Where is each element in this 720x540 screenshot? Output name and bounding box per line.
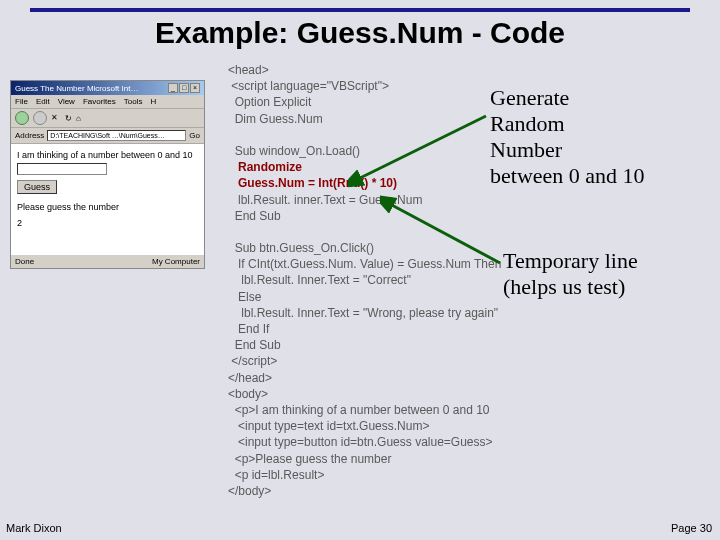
- code-l7: Randomize: [228, 160, 302, 174]
- menu-help: H: [150, 97, 156, 106]
- top-rule: [30, 8, 690, 12]
- anno1-l1: Generate: [490, 85, 645, 111]
- refresh-icon: ↻: [65, 114, 72, 123]
- anno1-l3: Number: [490, 137, 645, 163]
- code-l4: Dim Guess.Num: [228, 112, 323, 126]
- slide-title: Example: Guess.Num - Code: [0, 16, 720, 50]
- forward-icon: [33, 111, 47, 125]
- annotation-generate: Generate Random Number between 0 and 10: [490, 85, 645, 189]
- menu-view: View: [58, 97, 75, 106]
- guess-button: Guess: [17, 180, 57, 194]
- code-l19: </script>: [228, 354, 277, 368]
- window-controls: _ □ ×: [168, 83, 200, 93]
- go-button: Go: [189, 131, 200, 140]
- code-l6: Sub window_On.Load(): [228, 144, 360, 158]
- guess-input: [17, 163, 107, 175]
- code-l13: If CInt(txt.Guess.Num. Value) = Guess.Nu…: [228, 257, 501, 271]
- browser-content: I am thinking of a number between 0 and …: [11, 144, 204, 254]
- code-l24: <input type=button id=btn.Guess value=Gu…: [228, 435, 493, 449]
- footer-page: Page 30: [671, 522, 712, 534]
- maximize-icon: □: [179, 83, 189, 93]
- browser-titlebar: Guess The Number Microsoft Int… _ □ ×: [11, 81, 204, 95]
- back-icon: [15, 111, 29, 125]
- anno1-l2: Random: [490, 111, 645, 137]
- content-line1: I am thinking of a number between 0 and …: [17, 150, 198, 160]
- close-icon: ×: [190, 83, 200, 93]
- code-l15: Else: [228, 290, 261, 304]
- code-l25: <p>Please guess the number: [228, 452, 391, 466]
- browser-title-text: Guess The Number Microsoft Int…: [15, 84, 138, 93]
- browser-toolbar: ✕ ↻ ⌂: [11, 109, 204, 128]
- browser-menu: File Edit View Favorites Tools H: [11, 95, 204, 109]
- code-l20: </head>: [228, 371, 272, 385]
- menu-favorites: Favorites: [83, 97, 116, 106]
- stop-icon: ✕: [51, 113, 61, 123]
- code-l23: <input type=text id=txt.Guess.Num>: [228, 419, 429, 433]
- code-l26: <p id=lbl.Result>: [228, 468, 324, 482]
- anno2-l1: Temporary line: [503, 248, 638, 274]
- code-l8: Guess.Num = Int(Rnd() * 10): [228, 176, 397, 190]
- minimize-icon: _: [168, 83, 178, 93]
- content-line2: Please guess the number: [17, 202, 198, 212]
- menu-edit: Edit: [36, 97, 50, 106]
- code-l2: <script language="VBScript">: [228, 79, 389, 93]
- menu-tools: Tools: [124, 97, 143, 106]
- code-l10: End Sub: [228, 209, 281, 223]
- address-bar: Address D:\TEACHING\Soft …\Num\Guess… Go: [11, 128, 204, 144]
- address-field: D:\TEACHING\Soft …\Num\Guess…: [47, 130, 186, 141]
- footer-author: Mark Dixon: [6, 522, 62, 534]
- code-l14: lbl.Result. Inner.Text = "Correct": [228, 273, 411, 287]
- code-l17: End If: [228, 322, 269, 336]
- code-l1: <head>: [228, 63, 269, 77]
- address-label: Address: [15, 131, 44, 140]
- annotation-temporary: Temporary line (helps us test): [503, 248, 638, 300]
- code-l12: Sub btn.Guess_On.Click(): [228, 241, 374, 255]
- status-zone: My Computer: [152, 257, 200, 266]
- code-l22: <p>I am thinking of a number between 0 a…: [228, 403, 490, 417]
- menu-file: File: [15, 97, 28, 106]
- home-icon: ⌂: [76, 114, 81, 123]
- code-l18: End Sub: [228, 338, 281, 352]
- anno2-l2: (helps us test): [503, 274, 638, 300]
- status-bar: Done My Computer: [11, 254, 204, 268]
- result-label: 2: [17, 218, 198, 228]
- code-l3: Option Explicit: [228, 95, 311, 109]
- browser-screenshot: Guess The Number Microsoft Int… _ □ × Fi…: [10, 80, 205, 269]
- code-l27: </body>: [228, 484, 271, 498]
- code-l16: lbl.Result. Inner.Text = "Wrong, please …: [228, 306, 498, 320]
- status-done: Done: [15, 257, 34, 266]
- anno1-l4: between 0 and 10: [490, 163, 645, 189]
- code-l21: <body>: [228, 387, 268, 401]
- code-l9: lbl.Result. inner.Text = Guess.Num: [228, 193, 422, 207]
